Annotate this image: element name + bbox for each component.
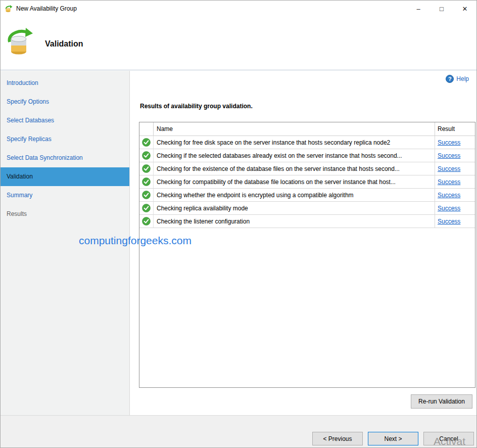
window-controls: – □ ✕ <box>407 1 476 17</box>
previous-button[interactable]: < Previous <box>312 432 363 445</box>
icon-column-header <box>139 122 153 136</box>
result-link[interactable]: Success <box>438 165 460 172</box>
sidebar-item-summary[interactable]: Summary <box>1 186 129 205</box>
window-title: New Availability Group <box>16 5 77 12</box>
result-link[interactable]: Success <box>438 139 460 146</box>
rerun-validation-button[interactable]: Re-run Validation <box>411 394 472 409</box>
result-link[interactable]: Success <box>438 178 460 186</box>
check-name: Checking replica availability mode <box>153 202 435 214</box>
app-icon <box>5 5 13 13</box>
validation-table: Name Result Checking for free disk space… <box>139 122 475 388</box>
success-check-icon <box>139 162 153 175</box>
sidebar-item-specify-options[interactable]: Specify Options <box>1 93 129 111</box>
success-check-icon <box>139 175 153 188</box>
result-link[interactable]: Success <box>438 205 460 212</box>
wizard-header: Validation <box>1 17 476 70</box>
success-check-icon <box>139 189 153 201</box>
result-link[interactable]: Success <box>438 192 460 199</box>
table-row[interactable]: Checking for the existence of the databa… <box>139 162 475 175</box>
new-availability-group-dialog: New Availability Group – □ ✕ Validation … <box>0 0 477 448</box>
check-name: Checking if the selected databases alrea… <box>153 149 435 162</box>
sidebar-item-validation[interactable]: Validation <box>1 167 129 186</box>
minimize-button[interactable]: – <box>407 1 430 17</box>
table-row[interactable]: Checking the listener configuration Succ… <box>139 215 475 228</box>
check-name: Checking whether the endpoint is encrypt… <box>153 189 435 201</box>
help-label: Help <box>456 75 469 82</box>
sidebar-item-results: Results <box>1 205 129 223</box>
footer-bar: < Previous Next > Cancel <box>1 415 476 447</box>
table-row[interactable]: Checking replica availability mode Succe… <box>139 202 475 215</box>
maximize-button[interactable]: □ <box>430 1 453 17</box>
database-sync-icon <box>5 27 34 57</box>
success-check-icon <box>139 202 153 214</box>
success-check-icon <box>139 149 153 162</box>
sidebar-item-select-databases[interactable]: Select Databases <box>1 111 129 130</box>
success-check-icon <box>139 215 153 228</box>
check-name: Checking for the existence of the databa… <box>153 162 435 175</box>
sidebar-item-specify-replicas[interactable]: Specify Replicas <box>1 130 129 149</box>
column-header-name[interactable]: Name <box>153 122 435 136</box>
table-row[interactable]: Checking for free disk space on the serv… <box>139 136 475 149</box>
column-header-result[interactable]: Result <box>435 122 475 136</box>
help-link[interactable]: ? Help <box>446 75 469 83</box>
content-pane: ? Help Results of availability group val… <box>130 71 476 415</box>
table-row[interactable]: Checking whether the endpoint is encrypt… <box>139 189 475 202</box>
titlebar: New Availability Group – □ ✕ <box>1 1 476 17</box>
table-row[interactable]: Checking if the selected databases alrea… <box>139 149 475 162</box>
help-icon: ? <box>446 75 454 83</box>
table-header-row: Name Result <box>139 122 475 136</box>
check-name: Checking for compatibility of the databa… <box>153 175 435 188</box>
wizard-steps-sidebar: Introduction Specify Options Select Data… <box>1 71 130 415</box>
result-link[interactable]: Success <box>438 152 460 159</box>
sidebar-item-select-data-synchronization[interactable]: Select Data Synchronization <box>1 149 129 167</box>
table-row[interactable]: Checking for compatibility of the databa… <box>139 175 475 189</box>
results-caption: Results of availability group validation… <box>140 103 253 110</box>
sidebar-item-introduction[interactable]: Introduction <box>1 74 129 93</box>
next-button[interactable]: Next > <box>368 432 418 445</box>
cancel-button[interactable]: Cancel <box>423 432 474 445</box>
check-name: Checking the listener configuration <box>153 215 435 228</box>
success-check-icon <box>139 136 153 149</box>
page-title: Validation <box>45 39 83 49</box>
close-button[interactable]: ✕ <box>453 1 476 17</box>
result-link[interactable]: Success <box>438 218 460 225</box>
check-name: Checking for free disk space on the serv… <box>153 136 435 149</box>
